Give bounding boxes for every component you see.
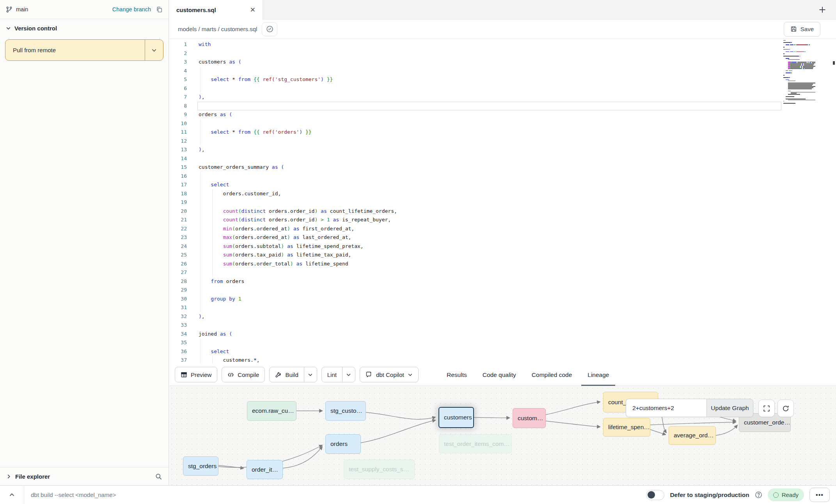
model-actions-icon-button[interactable] — [262, 22, 277, 36]
code-line-8[interactable]: 8 — [169, 102, 836, 111]
close-icon[interactable]: ✕ — [250, 7, 256, 13]
code-line-5[interactable]: 5 select * from {{ ref('stg_customers') … — [169, 75, 836, 84]
new-tab-button[interactable] — [816, 4, 828, 16]
lineage-node-order-items[interactable]: order_it… — [247, 460, 283, 479]
file-explorer-row[interactable]: File explorer — [0, 467, 169, 485]
lineage-node-stg-customers[interactable]: stg_custo… — [325, 401, 366, 421]
code-line-21[interactable]: 21 count(distinct orders.order_id) > 1 a… — [169, 216, 836, 225]
code-line-35[interactable]: 35 — [169, 338, 836, 347]
graph-search-bar: 2+customers+2 Update Graph — [626, 399, 753, 417]
code-line-29[interactable]: 29 — [169, 286, 836, 295]
code-line-9[interactable]: 9orders as ( — [169, 110, 836, 119]
compile-button[interactable]: Compile — [222, 367, 265, 382]
sidebar: main Change branch Version control Pull … — [0, 0, 169, 485]
code-line-27[interactable]: 27 — [169, 268, 836, 277]
line-number: 30 — [169, 295, 187, 304]
pull-from-remote-button[interactable]: Pull from remote — [5, 39, 163, 61]
panel-tabs: Results Code quality Compiled code Linea… — [446, 364, 610, 386]
code-line-15[interactable]: 15customer_orders_summary as ( — [169, 163, 836, 172]
code-line-25[interactable]: 25 sum(orders.tax_paid) as lifetime_tax_… — [169, 251, 836, 260]
line-number: 10 — [169, 119, 187, 128]
code-line-4[interactable]: 4 — [169, 67, 836, 76]
line-number: 19 — [169, 198, 187, 207]
change-branch-link[interactable]: Change branch — [112, 6, 151, 12]
code-line-14[interactable]: 14 — [169, 154, 836, 163]
tab-results[interactable]: Results — [446, 364, 468, 386]
line-number: 28 — [169, 277, 187, 286]
refresh-button[interactable] — [777, 400, 794, 417]
code-line-23[interactable]: 23 max(orders.ordered_at) as last_ordere… — [169, 233, 836, 242]
line-number: 22 — [169, 225, 187, 233]
code-line-12[interactable]: 12 — [169, 137, 836, 146]
code-line-18[interactable]: 18 orders.customer_id, — [169, 189, 836, 198]
tab-code-quality[interactable]: Code quality — [482, 364, 517, 386]
line-number: 27 — [169, 268, 187, 277]
fullscreen-button[interactable] — [758, 400, 775, 417]
code-line-28[interactable]: 28 from orders — [169, 277, 836, 286]
lineage-node-lifetime-spend[interactable]: lifetime_spen… — [603, 418, 650, 437]
lineage-node-test-supply-costs[interactable]: test_supply_costs_s… — [344, 460, 415, 479]
update-graph-button[interactable]: Update Graph — [706, 399, 753, 417]
pull-dropdown-caret[interactable] — [145, 40, 163, 60]
code-line-7[interactable]: 7), — [169, 93, 836, 102]
tab-compiled-code[interactable]: Compiled code — [531, 364, 573, 386]
lint-dropdown-caret[interactable] — [343, 367, 355, 382]
code-line-37[interactable]: 37 customers.*, — [169, 356, 836, 364]
line-number: 5 — [169, 75, 187, 84]
lineage-panel[interactable]: ecom.raw_cu…stg_custo…stg_ordersorder_it… — [169, 386, 836, 485]
lineage-node-orders[interactable]: orders — [325, 434, 361, 454]
code-line-22[interactable]: 22 min(orders.ordered_at) as first_order… — [169, 225, 836, 233]
code-line-24[interactable]: 24 sum(orders.subtotal) as lifetime_spen… — [169, 242, 836, 251]
code-line-3[interactable]: 3customers as ( — [169, 58, 836, 67]
pull-from-remote-label[interactable]: Pull from remote — [5, 40, 145, 60]
code-line-2[interactable]: 2 — [169, 49, 836, 58]
main-pane: customers.sql ✕ models / marts / custome… — [169, 0, 836, 485]
status-badge: Ready — [768, 488, 804, 501]
defer-toggle[interactable] — [646, 490, 664, 500]
tab-lineage[interactable]: Lineage — [587, 364, 610, 386]
lineage-node-test-order-items[interactable]: test_order_items_com… — [439, 434, 512, 453]
tab-customers-sql[interactable]: customers.sql ✕ — [169, 0, 263, 19]
line-number: 14 — [169, 154, 187, 163]
code-line-30[interactable]: 30 group by 1 — [169, 295, 836, 304]
build-button[interactable]: Build — [270, 367, 304, 382]
save-button[interactable]: Save — [784, 22, 820, 37]
code-line-13[interactable]: 13), — [169, 145, 836, 154]
lineage-node-average-order[interactable]: average_ord… — [669, 426, 716, 445]
copy-icon[interactable] — [156, 6, 163, 13]
lineage-node-ecom-raw-customers[interactable]: ecom.raw_cu… — [247, 401, 296, 421]
status-bar: dbt build --select <model_name> Defer to… — [0, 485, 836, 504]
code-line-19[interactable]: 19 — [169, 198, 836, 207]
lineage-node-customer-metrics[interactable]: custom… — [513, 408, 546, 428]
lineage-node-customers[interactable]: customers — [438, 407, 474, 428]
code-line-17[interactable]: 17 select — [169, 180, 836, 189]
code-line-6[interactable]: 6 — [169, 84, 836, 93]
preview-button[interactable]: Preview — [175, 367, 217, 382]
code-line-10[interactable]: 10 — [169, 119, 836, 128]
code-line-26[interactable]: 26 sum(orders.order_total) as lifetime_s… — [169, 260, 836, 269]
code-line-1[interactable]: 1with — [169, 40, 836, 49]
search-icon[interactable] — [155, 473, 162, 480]
scrollbar-thumb[interactable] — [833, 61, 835, 65]
copilot-dropdown-caret[interactable] — [408, 372, 413, 377]
build-dropdown-caret[interactable] — [304, 367, 317, 382]
code-line-31[interactable]: 31 — [169, 303, 836, 312]
code-line-32[interactable]: 32), — [169, 312, 836, 321]
code-line-34[interactable]: 34joined as ( — [169, 330, 836, 339]
lint-button[interactable]: Lint — [322, 367, 342, 382]
version-control-header[interactable]: Version control — [0, 19, 169, 37]
graph-search-input[interactable]: 2+customers+2 — [626, 399, 706, 417]
lineage-node-stg-orders[interactable]: stg_orders — [183, 456, 218, 476]
code-line-33[interactable]: 33 — [169, 321, 836, 330]
code-line-16[interactable]: 16 — [169, 172, 836, 181]
code-editor[interactable]: 1with23customers as (45 select * from {{… — [169, 39, 836, 364]
code-line-11[interactable]: 11 select * from {{ ref('orders') }} — [169, 128, 836, 137]
more-options-button[interactable]: ••• — [809, 488, 830, 502]
code-line-20[interactable]: 20 count(distinct orders.order_id) as co… — [169, 207, 836, 216]
dbt-copilot-button[interactable]: dbt Copilot — [360, 367, 419, 382]
chevron-up-icon[interactable] — [0, 486, 24, 504]
help-icon[interactable] — [755, 491, 762, 499]
command-input[interactable]: dbt build --select <model_name> — [31, 492, 116, 498]
code-line-36[interactable]: 36 select — [169, 347, 836, 356]
minimap[interactable] — [783, 40, 815, 104]
